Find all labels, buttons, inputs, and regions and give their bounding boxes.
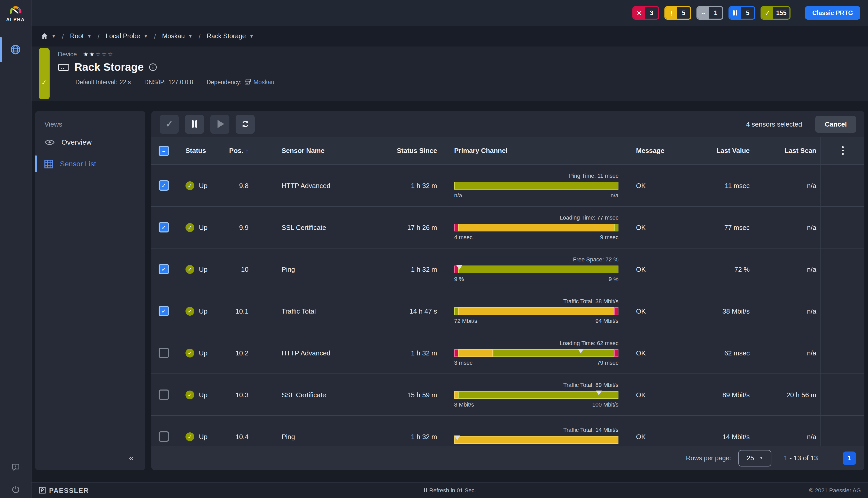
- breadcrumb-separator: /: [154, 32, 156, 40]
- sensor-name-link[interactable]: SSL Certificate: [251, 391, 377, 398]
- primary-channel-cell: Traffic Total: 38 Mbit/s72 Mbit/s94 Mbit…: [446, 298, 627, 324]
- status-up-icon: ✓: [185, 223, 194, 232]
- row-checkbox[interactable]: ✓: [159, 264, 169, 274]
- message-value: OK: [627, 265, 686, 273]
- badge-count: 5: [741, 7, 754, 18]
- breadcrumb-item[interactable]: Root▼: [70, 32, 91, 40]
- rows-per-page-label: Rows per page:: [686, 454, 731, 462]
- row-checkbox[interactable]: ✓: [159, 180, 169, 191]
- selection-count-text: 4 sensors selected: [746, 120, 802, 128]
- copyright-text: © 2021 Paessler AG: [809, 487, 861, 493]
- row-checkbox[interactable]: ✓: [159, 306, 169, 316]
- home-icon: [41, 32, 48, 40]
- cancel-button[interactable]: Cancel: [816, 116, 856, 132]
- channel-min-label: 9 %: [454, 276, 464, 282]
- classic-prtg-button[interactable]: Classic PRTG: [805, 6, 860, 19]
- status-badges: ✕3!5--15✓155: [633, 6, 791, 19]
- status-since-value: 1 h 32 m: [377, 332, 446, 374]
- status-badge-up[interactable]: ✓155: [761, 6, 791, 19]
- info-icon[interactable]: [149, 63, 157, 71]
- status-badge-paused[interactable]: 5: [729, 6, 755, 19]
- table-row[interactable]: ✓Up10.2HTTP Advanced1 h 32 mLoading Time…: [152, 332, 864, 374]
- rows-per-page-select[interactable]: 25 ▼: [738, 450, 771, 466]
- status-text: Up: [199, 391, 208, 398]
- page-1-button[interactable]: 1: [843, 451, 856, 465]
- channel-min-label: 4 msec: [454, 234, 473, 240]
- message-value: OK: [627, 391, 686, 398]
- rail-item-devices[interactable]: [0, 35, 31, 64]
- status-up-icon: ✓: [185, 306, 194, 315]
- table-body: ✓✓Up9.8HTTP Advanced1 h 32 mPing Time: 1…: [152, 165, 864, 458]
- col-last-value[interactable]: Last Value: [686, 147, 751, 155]
- views-title: Views: [35, 111, 145, 131]
- channel-bar-segment: [458, 265, 618, 273]
- sensor-name-link[interactable]: Traffic Total: [251, 307, 377, 315]
- status-since-value: 1 h 32 m: [377, 248, 446, 290]
- channel-max-label: 79 msec: [597, 359, 618, 366]
- top-bar: ✕3!5--15✓155 Classic PRTG: [31, 0, 868, 26]
- table-row[interactable]: ✓✓Up10.1Traffic Total14 h 47 sTraffic To…: [152, 290, 864, 332]
- channel-bar: [454, 436, 618, 444]
- row-checkbox[interactable]: [159, 348, 169, 358]
- status-badge-warning[interactable]: !5: [665, 6, 692, 19]
- breadcrumb-item[interactable]: Moskau▼: [162, 32, 193, 40]
- badge-count: 5: [677, 7, 691, 18]
- prtg-logo[interactable]: ALPHA: [0, 0, 31, 26]
- table-row[interactable]: ✓✓Up9.9SSL Certificate17 h 26 mLoading T…: [152, 207, 864, 248]
- breadcrumb-item[interactable]: Local Probe▼: [106, 32, 148, 40]
- sensor-name-link[interactable]: HTTP Advanced: [251, 349, 377, 357]
- channel-bar-segment: [458, 307, 614, 315]
- scan-now-button[interactable]: [236, 115, 255, 133]
- channel-marker-icon: [456, 265, 462, 270]
- row-checkbox[interactable]: [159, 390, 169, 400]
- status-text: Up: [199, 307, 208, 315]
- row-checkbox[interactable]: [159, 431, 169, 442]
- table-header-row: – Status Pos.↑ Sensor Name Status Since …: [152, 137, 864, 165]
- sensor-name-link[interactable]: SSL Certificate: [251, 223, 377, 231]
- col-sensor-name[interactable]: Sensor Name: [251, 147, 377, 155]
- power-icon[interactable]: [11, 485, 20, 494]
- sidebar-item-overview[interactable]: Overview: [35, 131, 145, 153]
- channel-bar-segment: [614, 224, 618, 232]
- sensor-name-link[interactable]: HTTP Advanced: [251, 182, 377, 189]
- pos-value: 9.8: [219, 182, 251, 189]
- status-badge-down[interactable]: ✕3: [633, 6, 659, 19]
- breadcrumb-item[interactable]: Rack Storage▼: [207, 32, 253, 40]
- select-all-checkbox[interactable]: –: [159, 145, 169, 156]
- col-pos[interactable]: Pos.↑: [219, 147, 251, 155]
- col-status-since[interactable]: Status Since: [377, 137, 446, 164]
- col-primary-channel[interactable]: Primary Channel: [446, 147, 627, 155]
- primary-channel-cell: Ping Time: 11 msecn/an/a: [446, 172, 627, 198]
- column-options-kebab-icon[interactable]: [839, 143, 847, 158]
- priority-stars[interactable]: ★★☆☆☆: [83, 51, 114, 58]
- channel-bar: [454, 349, 618, 357]
- row-checkbox[interactable]: ✓: [159, 222, 169, 233]
- breadcrumb-home[interactable]: ▼: [41, 32, 56, 40]
- last-value: 38 Mbit/s: [686, 307, 751, 315]
- status-badge-unknown[interactable]: --1: [697, 6, 724, 19]
- prtg-app: ALPHA: [0, 0, 868, 498]
- feedback-icon[interactable]: [11, 463, 20, 472]
- resume-button[interactable]: [210, 115, 229, 133]
- table-row[interactable]: ✓✓Up9.8HTTP Advanced1 h 32 mPing Time: 1…: [152, 165, 864, 207]
- col-status[interactable]: Status: [176, 147, 219, 155]
- pause-icon[interactable]: [424, 488, 427, 492]
- col-message[interactable]: Message: [627, 147, 686, 155]
- sensor-name-link[interactable]: Ping: [251, 433, 377, 441]
- dependency-link[interactable]: Moskau: [253, 79, 274, 85]
- channel-marker-icon: [578, 349, 584, 353]
- pause-button[interactable]: [185, 115, 204, 133]
- table-row[interactable]: ✓Up10.3SSL Certificate15 h 59 mTraffic T…: [152, 374, 864, 416]
- breadcrumb-label: Local Probe: [106, 32, 140, 40]
- table-row[interactable]: ✓✓Up10Ping1 h 32 mFree Space: 72 %9 %9 %…: [152, 248, 864, 290]
- channel-bar-segment: [458, 349, 493, 357]
- acknowledge-button[interactable]: ✓: [160, 115, 179, 133]
- col-last-scan[interactable]: Last Scan: [751, 147, 820, 155]
- collapse-sidebar-button[interactable]: «: [126, 453, 137, 464]
- last-scan-value: n/a: [751, 349, 820, 357]
- sidebar-item-sensor-list[interactable]: Sensor List: [35, 153, 145, 175]
- check-icon: ✓: [762, 7, 773, 18]
- sensor-name-link[interactable]: Ping: [251, 265, 377, 273]
- channel-min-label: 3 msec: [454, 359, 473, 366]
- device-header: ✓ Device ★★☆☆☆ Rack Storage: [31, 47, 868, 101]
